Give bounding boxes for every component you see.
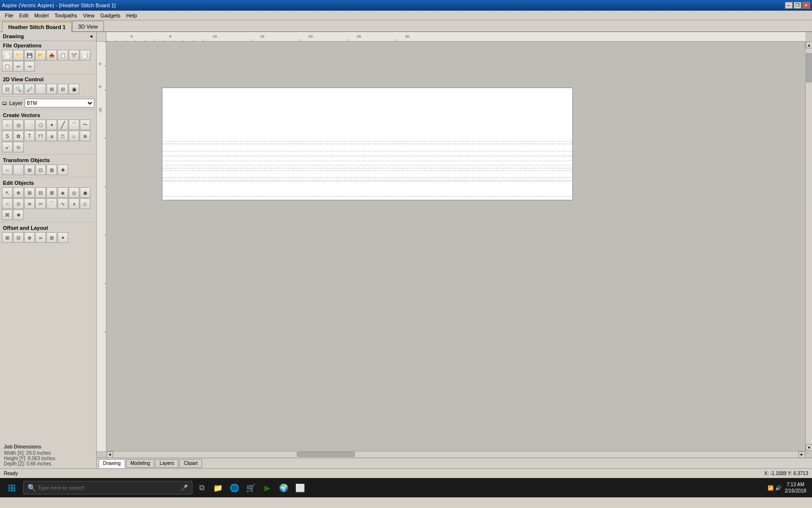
save-file-btn[interactable]: 💾: [24, 50, 35, 60]
menu-model[interactable]: Model: [31, 12, 52, 19]
mirror-btn[interactable]: ◉: [80, 187, 90, 198]
node-edit-btn[interactable]: ⊕: [13, 187, 24, 198]
draw-helix-btn[interactable]: ✿: [13, 131, 24, 141]
draw-star-btn[interactable]: ✦: [46, 120, 57, 130]
transform-group-btn[interactable]: ⊞: [24, 164, 35, 175]
draw-arc-btn[interactable]: ⌒: [69, 120, 79, 130]
tab-clipart[interactable]: Clipart: [179, 459, 202, 468]
close-vec-btn[interactable]: ✂: [35, 198, 46, 209]
scroll-thumb-v[interactable]: [806, 53, 812, 82]
open-file-btn[interactable]: 📁: [13, 50, 24, 60]
draw-dot-btn[interactable]: ⊙: [13, 142, 24, 152]
draw-rect-btn[interactable]: ⬜: [24, 120, 35, 130]
pattern-btn[interactable]: ✦: [58, 232, 68, 243]
view-grid-btn[interactable]: ⊞: [46, 84, 57, 94]
paste-btn[interactable]: 📋: [58, 50, 68, 60]
transform-move-btn[interactable]: ↔: [2, 164, 13, 175]
zoom-in-btn[interactable]: 🔍: [13, 84, 24, 94]
export-btn[interactable]: 📤: [46, 50, 57, 60]
transform-ungroup-btn[interactable]: ⊡: [35, 164, 46, 175]
collapse-btn[interactable]: ◄: [89, 34, 93, 39]
explode-btn[interactable]: ⊙: [13, 198, 24, 209]
smooth-btn[interactable]: ○: [2, 198, 13, 209]
menu-gadgets[interactable]: Gadgets: [97, 12, 123, 19]
restore-button[interactable]: ❐: [794, 2, 801, 9]
tab-drawing[interactable]: Drawing: [99, 459, 125, 468]
select-btn[interactable]: ↖: [2, 187, 13, 198]
menu-help[interactable]: Help: [123, 12, 140, 19]
draw-spiral-btn[interactable]: S: [2, 131, 13, 141]
draw-ellipse-btn[interactable]: ◎: [13, 120, 24, 130]
remove-dup-btn[interactable]: ⌘: [2, 209, 13, 220]
draw-textpath-btn[interactable]: ⍞: [58, 131, 68, 141]
chrome-btn[interactable]: 🌍: [276, 479, 291, 496]
transform-align-btn[interactable]: ⊠: [46, 164, 57, 175]
inset-btn[interactable]: ⊕: [24, 232, 35, 243]
draw-text2-btn[interactable]: TT: [35, 131, 46, 141]
measure-btn[interactable]: ❖: [13, 209, 24, 220]
change-start-btn[interactable]: ◇: [80, 198, 90, 209]
zoom-out-btn[interactable]: 🔎: [24, 84, 35, 94]
join-btn[interactable]: ≋: [24, 198, 35, 209]
canvas-area[interactable]: 0 5 10 15 20 25 30: [97, 32, 812, 458]
zoom-select-btn[interactable]: ⬜: [35, 84, 46, 94]
corner-btn[interactable]: ∧: [69, 198, 79, 209]
clock[interactable]: 7:13 AM 2/16/2018: [785, 481, 807, 494]
view-snap-btn[interactable]: ⊟: [58, 84, 68, 94]
view-full-btn[interactable]: ▣: [69, 84, 79, 94]
tab-layers[interactable]: Layers: [155, 459, 178, 468]
offset-out-btn[interactable]: ⊞: [2, 232, 13, 243]
media-player-btn[interactable]: ▶: [260, 479, 275, 496]
start-button[interactable]: ⊞: [2, 479, 21, 496]
draw-bezier-btn[interactable]: 〜: [80, 120, 90, 130]
tab-heather-stitch[interactable]: Heather Stitch Board 1: [2, 21, 72, 32]
store-btn[interactable]: 🛒: [244, 479, 258, 496]
menu-edit[interactable]: Edit: [16, 12, 31, 19]
menu-toolpaths[interactable]: Toolpaths: [52, 12, 80, 19]
split-btn[interactable]: ⊠: [46, 187, 57, 198]
scrollbar-h[interactable]: ◄ ►: [106, 451, 805, 458]
task-view-btn[interactable]: ⧉: [194, 479, 209, 496]
cut-btn[interactable]: ✂️: [69, 50, 79, 60]
draw-table-btn[interactable]: ⌂: [69, 131, 79, 141]
edge-browser-btn[interactable]: 🌐: [227, 479, 242, 496]
tab-3d-view[interactable]: 3D View: [72, 21, 104, 31]
draw-shape-btn[interactable]: ↙: [2, 142, 13, 152]
trim-btn[interactable]: ⊟: [35, 187, 46, 198]
copy-btn[interactable]: 📑: [80, 50, 90, 60]
app-btn[interactable]: ⬜: [293, 479, 307, 496]
menu-file[interactable]: File: [2, 12, 16, 19]
draw-polygon-btn[interactable]: ⬡: [35, 120, 46, 130]
draw-textarc-btn[interactable]: ⍺: [46, 131, 57, 141]
fillet-btn[interactable]: ◈: [58, 187, 68, 198]
scroll-down-btn[interactable]: ▼: [806, 444, 812, 451]
draw-line-btn[interactable]: ╱: [58, 120, 68, 130]
tab-modeling[interactable]: Modeling: [126, 459, 155, 468]
draw-text-btn[interactable]: T: [24, 131, 35, 141]
close-button[interactable]: ✕: [802, 2, 810, 9]
offset-in-btn[interactable]: ⊟: [13, 232, 24, 243]
menu-view[interactable]: View: [80, 12, 98, 19]
draw-circle-btn[interactable]: ○: [2, 120, 13, 130]
scroll-right-btn[interactable]: ►: [798, 451, 805, 458]
open-folder-btn[interactable]: 📂: [35, 50, 46, 60]
offset-btn[interactable]: ◎: [69, 187, 79, 198]
scroll-left-btn[interactable]: ◄: [106, 451, 113, 458]
transform-center-btn[interactable]: ✚: [58, 164, 68, 175]
array-btn[interactable]: ∞: [35, 232, 46, 243]
transform-scale-btn[interactable]: ⬜: [13, 164, 24, 175]
search-input[interactable]: [38, 485, 179, 491]
scrollbar-v[interactable]: ▲ ▼: [805, 42, 812, 451]
draw-dimension-btn[interactable]: ⊕: [80, 131, 90, 141]
search-bar[interactable]: 🔍 🎤: [23, 481, 192, 494]
undo-btn[interactable]: ↩: [13, 61, 24, 72]
redo-btn[interactable]: ↪: [24, 61, 35, 72]
new-file-btn[interactable]: 📄: [2, 50, 13, 60]
zoom-all-btn[interactable]: ⊡: [2, 84, 13, 94]
arc-fit-btn[interactable]: ⌒: [46, 198, 57, 209]
layer-select[interactable]: BTM: [25, 99, 94, 107]
minimize-button[interactable]: ─: [785, 2, 793, 9]
paste2-btn[interactable]: 📋: [2, 61, 13, 72]
scroll-thumb-h[interactable]: [297, 452, 355, 457]
weld-btn[interactable]: ⊞: [24, 187, 35, 198]
